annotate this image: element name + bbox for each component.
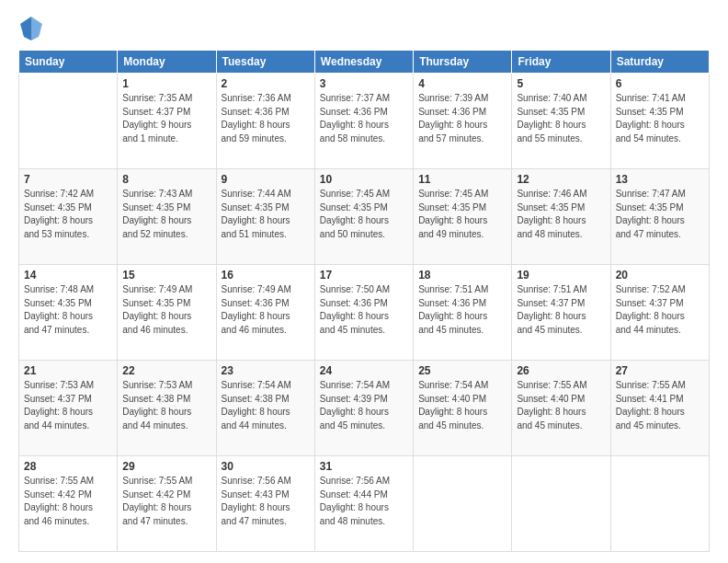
day-info: Sunrise: 7:47 AM Sunset: 4:35 PM Dayligh… [616, 188, 704, 241]
day-number: 4 [418, 77, 506, 90]
day-number: 2 [222, 77, 310, 90]
day-info: Sunrise: 7:53 AM Sunset: 4:38 PM Dayligh… [122, 379, 210, 432]
day-number: 11 [418, 173, 506, 186]
weekday-header-thursday: Thursday [414, 51, 512, 74]
day-cell: 24Sunrise: 7:54 AM Sunset: 4:39 PM Dayli… [314, 361, 413, 456]
week-row-4: 21Sunrise: 7:53 AM Sunset: 4:37 PM Dayli… [19, 361, 710, 456]
day-info: Sunrise: 7:52 AM Sunset: 4:37 PM Dayligh… [616, 283, 704, 337]
day-cell: 28Sunrise: 7:55 AM Sunset: 4:42 PM Dayli… [19, 456, 118, 552]
day-number: 5 [517, 77, 605, 90]
day-info: Sunrise: 7:56 AM Sunset: 4:43 PM Dayligh… [222, 475, 310, 528]
day-number: 25 [418, 364, 506, 377]
day-cell: 15Sunrise: 7:49 AM Sunset: 4:35 PM Dayli… [118, 265, 216, 361]
day-info: Sunrise: 7:54 AM Sunset: 4:40 PM Dayligh… [418, 379, 506, 432]
day-number: 9 [222, 173, 310, 186]
day-cell [19, 74, 118, 169]
day-number: 20 [616, 269, 704, 282]
day-cell: 19Sunrise: 7:51 AM Sunset: 4:37 PM Dayli… [512, 265, 610, 361]
day-info: Sunrise: 7:42 AM Sunset: 4:35 PM Dayligh… [24, 188, 112, 241]
day-number: 12 [517, 173, 605, 186]
calendar: SundayMondayTuesdayWednesdayThursdayFrid… [18, 50, 710, 552]
weekday-header-saturday: Saturday [610, 51, 709, 74]
day-info: Sunrise: 7:49 AM Sunset: 4:35 PM Dayligh… [122, 283, 210, 337]
day-cell: 26Sunrise: 7:55 AM Sunset: 4:40 PM Dayli… [512, 361, 610, 456]
day-number: 23 [222, 364, 310, 377]
day-cell [414, 456, 512, 552]
weekday-header-row: SundayMondayTuesdayWednesdayThursdayFrid… [19, 51, 710, 74]
day-info: Sunrise: 7:45 AM Sunset: 4:35 PM Dayligh… [320, 188, 408, 241]
week-row-1: 1Sunrise: 7:35 AM Sunset: 4:37 PM Daylig… [19, 74, 710, 169]
day-info: Sunrise: 7:55 AM Sunset: 4:40 PM Dayligh… [517, 379, 605, 432]
day-number: 15 [122, 269, 210, 282]
day-number: 10 [320, 173, 408, 186]
day-info: Sunrise: 7:49 AM Sunset: 4:36 PM Dayligh… [222, 283, 310, 337]
day-number: 14 [24, 269, 112, 282]
day-info: Sunrise: 7:44 AM Sunset: 4:35 PM Dayligh… [222, 188, 310, 241]
week-row-5: 28Sunrise: 7:55 AM Sunset: 4:42 PM Dayli… [19, 456, 710, 552]
day-cell: 31Sunrise: 7:56 AM Sunset: 4:44 PM Dayli… [314, 456, 413, 552]
day-number: 19 [517, 269, 605, 282]
logo [18, 15, 46, 40]
day-cell: 3Sunrise: 7:37 AM Sunset: 4:36 PM Daylig… [314, 74, 413, 169]
day-cell: 17Sunrise: 7:50 AM Sunset: 4:36 PM Dayli… [314, 265, 413, 361]
day-cell [610, 456, 709, 552]
day-number: 6 [616, 77, 704, 90]
week-row-2: 7Sunrise: 7:42 AM Sunset: 4:35 PM Daylig… [19, 169, 710, 265]
day-number: 16 [222, 269, 310, 282]
day-info: Sunrise: 7:48 AM Sunset: 4:35 PM Dayligh… [24, 283, 112, 337]
weekday-header-tuesday: Tuesday [216, 51, 314, 74]
day-info: Sunrise: 7:55 AM Sunset: 4:42 PM Dayligh… [122, 475, 210, 528]
day-cell: 11Sunrise: 7:45 AM Sunset: 4:35 PM Dayli… [414, 169, 512, 265]
day-cell: 1Sunrise: 7:35 AM Sunset: 4:37 PM Daylig… [118, 74, 216, 169]
svg-marker-1 [31, 17, 42, 40]
day-number: 13 [616, 173, 704, 186]
day-info: Sunrise: 7:43 AM Sunset: 4:35 PM Dayligh… [122, 188, 210, 241]
day-info: Sunrise: 7:39 AM Sunset: 4:36 PM Dayligh… [418, 92, 506, 145]
day-info: Sunrise: 7:51 AM Sunset: 4:36 PM Dayligh… [418, 283, 506, 337]
day-info: Sunrise: 7:56 AM Sunset: 4:44 PM Dayligh… [320, 475, 408, 528]
day-number: 29 [122, 460, 210, 473]
day-cell: 4Sunrise: 7:39 AM Sunset: 4:36 PM Daylig… [414, 74, 512, 169]
day-info: Sunrise: 7:55 AM Sunset: 4:41 PM Dayligh… [616, 379, 704, 432]
day-cell: 18Sunrise: 7:51 AM Sunset: 4:36 PM Dayli… [414, 265, 512, 361]
day-cell: 10Sunrise: 7:45 AM Sunset: 4:35 PM Dayli… [314, 169, 413, 265]
day-info: Sunrise: 7:55 AM Sunset: 4:42 PM Dayligh… [24, 475, 112, 528]
day-number: 22 [122, 364, 210, 377]
day-cell: 13Sunrise: 7:47 AM Sunset: 4:35 PM Dayli… [610, 169, 709, 265]
day-info: Sunrise: 7:37 AM Sunset: 4:36 PM Dayligh… [320, 92, 408, 145]
day-cell: 5Sunrise: 7:40 AM Sunset: 4:35 PM Daylig… [512, 74, 610, 169]
weekday-header-monday: Monday [118, 51, 216, 74]
day-cell: 9Sunrise: 7:44 AM Sunset: 4:35 PM Daylig… [216, 169, 314, 265]
day-info: Sunrise: 7:46 AM Sunset: 4:35 PM Dayligh… [517, 188, 605, 241]
day-number: 30 [222, 460, 310, 473]
day-info: Sunrise: 7:45 AM Sunset: 4:35 PM Dayligh… [418, 188, 506, 241]
week-row-3: 14Sunrise: 7:48 AM Sunset: 4:35 PM Dayli… [19, 265, 710, 361]
weekday-header-sunday: Sunday [19, 51, 118, 74]
day-info: Sunrise: 7:54 AM Sunset: 4:39 PM Dayligh… [320, 379, 408, 432]
day-number: 18 [418, 269, 506, 282]
day-number: 7 [24, 173, 112, 186]
day-info: Sunrise: 7:51 AM Sunset: 4:37 PM Dayligh… [517, 283, 605, 337]
day-cell: 23Sunrise: 7:54 AM Sunset: 4:38 PM Dayli… [216, 361, 314, 456]
day-number: 17 [320, 269, 408, 282]
day-info: Sunrise: 7:35 AM Sunset: 4:37 PM Dayligh… [122, 92, 210, 145]
weekday-header-wednesday: Wednesday [314, 51, 413, 74]
day-cell: 30Sunrise: 7:56 AM Sunset: 4:43 PM Dayli… [216, 456, 314, 552]
svg-marker-2 [20, 17, 31, 40]
weekday-header-friday: Friday [512, 51, 610, 74]
day-info: Sunrise: 7:41 AM Sunset: 4:35 PM Dayligh… [616, 92, 704, 145]
day-cell: 16Sunrise: 7:49 AM Sunset: 4:36 PM Dayli… [216, 265, 314, 361]
day-info: Sunrise: 7:53 AM Sunset: 4:37 PM Dayligh… [24, 379, 112, 432]
logo-icon [18, 15, 44, 40]
day-cell: 12Sunrise: 7:46 AM Sunset: 4:35 PM Dayli… [512, 169, 610, 265]
day-number: 8 [122, 173, 210, 186]
day-cell: 8Sunrise: 7:43 AM Sunset: 4:35 PM Daylig… [118, 169, 216, 265]
day-cell [512, 456, 610, 552]
day-number: 28 [24, 460, 112, 473]
header [18, 15, 710, 40]
page: SundayMondayTuesdayWednesdayThursdayFrid… [0, 0, 728, 563]
day-info: Sunrise: 7:40 AM Sunset: 4:35 PM Dayligh… [517, 92, 605, 145]
day-number: 3 [320, 77, 408, 90]
day-cell: 29Sunrise: 7:55 AM Sunset: 4:42 PM Dayli… [118, 456, 216, 552]
day-cell: 27Sunrise: 7:55 AM Sunset: 4:41 PM Dayli… [610, 361, 709, 456]
